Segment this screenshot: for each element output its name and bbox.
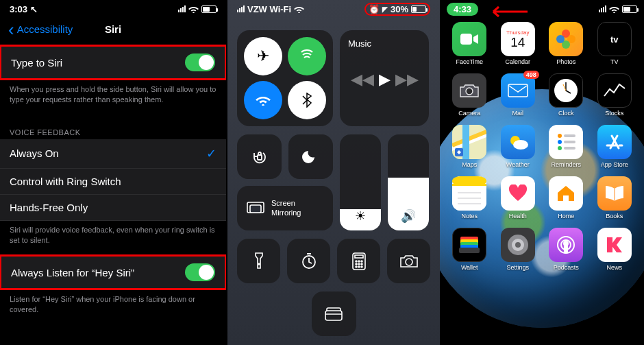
page-title: Siri [105,23,121,35]
mail-badge: 498 [523,71,539,79]
app-health[interactable]: Health [495,176,541,219]
play-button[interactable]: ▶ [379,71,391,88]
cellular-button[interactable] [288,37,326,75]
svg-point-32 [558,140,562,144]
notes-icon [452,176,486,211]
app-reminders[interactable]: Reminders [543,125,589,168]
calendar-icon: Thursday14 [501,22,535,56]
app-books[interactable]: Books [592,176,638,219]
camera-button[interactable] [387,239,430,283]
stocks-icon [597,73,632,108]
row-label: Always On [10,147,59,159]
svg-point-30 [558,134,562,138]
clock-icon [549,73,583,108]
wallet-button[interactable] [312,292,356,336]
camera-icon [452,73,486,108]
highlight-box-1: Type to Siri [0,45,227,80]
home-icon [549,176,583,211]
svg-point-14 [358,266,360,267]
svg-point-46 [515,242,521,248]
row-label: Control with Ring Switch [10,176,121,187]
next-track-button[interactable]: ▶▶ [395,71,419,88]
app-home[interactable]: Home [543,176,589,219]
app-podcasts[interactable]: Podcasts [543,228,589,271]
svg-point-15 [361,266,362,267]
svg-rect-35 [564,147,575,150]
weather-icon [501,125,535,159]
app-stocks[interactable]: Stocks [592,73,638,117]
brightness-slider[interactable]: ☀ [340,134,381,230]
svg-point-10 [356,263,357,265]
app-wallet[interactable]: Wallet [447,228,493,271]
highlight-circle: ⏰ ◤ 30% [364,3,430,16]
back-button[interactable]: Accessibility [8,23,73,35]
check-icon: ✓ [206,146,216,161]
connectivity-tile[interactable]: ✈ [237,30,333,126]
svg-point-7 [356,261,357,262]
home-screen-panel: 4:33 FaceTime Thursday14Calendar Photos … [440,0,644,345]
app-maps[interactable]: Maps [447,125,493,168]
hey-siri-desc: Listen for “Hey Siri” when your iPhone i… [0,290,226,324]
svg-point-8 [358,261,360,262]
music-tile[interactable]: Music ◀◀ ▶ ▶▶ [340,30,429,126]
rotation-lock-button[interactable] [237,134,282,179]
screen-mirroring-button[interactable]: Screen Mirroring [237,186,333,230]
highlight-box-2: Always Listen for “Hey Siri” [0,254,227,290]
bluetooth-button[interactable] [288,81,326,119]
battery-icon [411,5,426,13]
toggle-on[interactable] [185,263,215,281]
tv-icon: tv [597,22,632,56]
location-icon: ↖ [30,4,38,14]
type-to-siri-desc: When you press and hold the side button,… [0,80,226,115]
wifi-button[interactable] [244,81,282,119]
app-grid: FaceTime Thursday14Calendar Photos tvTV … [440,18,644,271]
app-clock[interactable]: Clock [543,73,589,117]
row-label: Type to Siri [11,57,62,69]
always-on-row[interactable]: Always On ✓ [0,139,226,169]
app-photos[interactable]: Photos [543,22,589,65]
app-camera[interactable]: Camera [447,73,493,117]
health-icon [501,176,535,211]
time-pill[interactable]: 4:33 [447,3,478,16]
svg-rect-33 [564,141,575,143]
flashlight-button[interactable] [237,239,280,283]
carrier-label: VZW Wi-Fi [247,4,291,14]
wifi-icon [188,5,199,13]
books-icon [597,176,632,211]
svg-rect-18 [460,34,472,45]
app-appstore[interactable]: App Store [592,125,638,168]
app-weather[interactable]: Weather [495,125,541,168]
app-tv[interactable]: tvTV [592,22,638,65]
facetime-icon [452,22,486,56]
do-not-disturb-button[interactable] [288,134,333,179]
svg-rect-31 [564,134,575,137]
hey-siri-row[interactable]: Always Listen for “Hey Siri” [1,257,225,288]
app-notes[interactable]: Notes [447,176,493,219]
toggle-on[interactable] [185,53,215,71]
hands-free-row[interactable]: Hands-Free Only [0,195,226,221]
app-settings[interactable]: Settings [495,228,541,271]
svg-point-22 [556,35,565,43]
signal-icon [178,5,186,12]
calculator-button[interactable] [337,239,380,283]
wifi-icon [609,5,619,13]
airplane-mode-button[interactable]: ✈ [244,37,282,75]
signal-icon [237,5,245,12]
alarm-icon: ⏰ [369,4,380,14]
app-calendar[interactable]: Thursday14Calendar [495,22,541,65]
svg-point-12 [361,263,362,265]
prev-track-button[interactable]: ◀◀ [351,71,374,88]
volume-slider[interactable]: 🔊 [388,134,429,230]
ring-switch-row[interactable]: Control with Ring Switch [0,169,226,195]
timer-button[interactable] [287,239,330,283]
svg-rect-38 [452,184,486,186]
appstore-icon [597,125,632,159]
app-mail[interactable]: 498Mail [495,73,541,117]
row-label: Hands-Free Only [10,202,88,213]
app-news[interactable]: News [592,228,638,271]
status-bar: 3:03↖ [0,0,226,18]
app-facetime[interactable]: FaceTime [447,22,493,65]
type-to-siri-row[interactable]: Type to Siri [1,47,225,78]
section-header: VOICE FEEDBACK [0,115,226,139]
voice-desc: Siri will provide voice feedback, even w… [0,221,226,255]
